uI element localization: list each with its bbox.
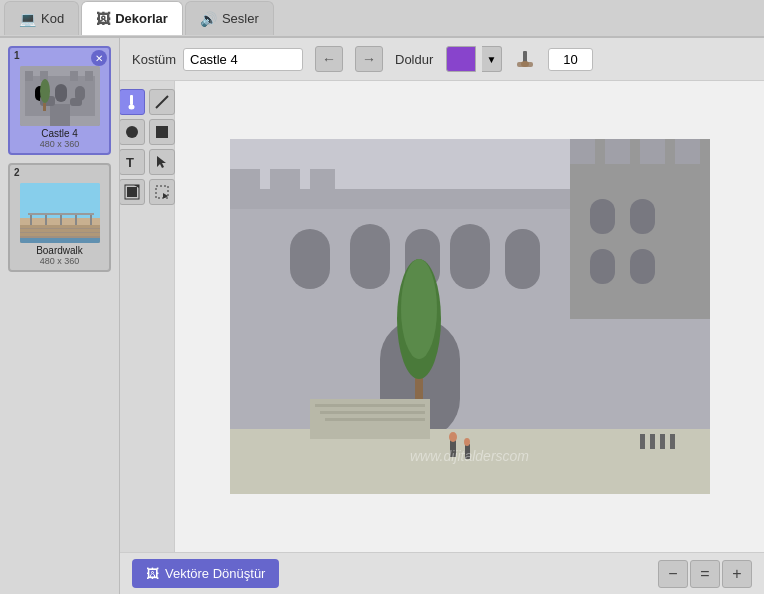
svg-rect-7 (55, 84, 67, 102)
svg-rect-38 (127, 187, 137, 197)
rect-tool-btn[interactable] (149, 119, 175, 145)
zoom-fit-btn[interactable]: = (690, 560, 720, 588)
svg-rect-34 (156, 126, 168, 138)
svg-rect-11 (70, 98, 82, 106)
costume-label: Kostüm (132, 52, 177, 67)
svg-rect-4 (70, 71, 78, 81)
svg-rect-77 (670, 434, 675, 449)
controls-bar: Kostüm ← → Doldur ▼ (120, 38, 764, 81)
costume-num-2: 2 (14, 167, 20, 178)
brush-size-input[interactable] (548, 48, 593, 71)
svg-text:T: T (126, 155, 134, 170)
costume-thumbnail-2 (20, 183, 100, 243)
select-tool-btn[interactable] (149, 179, 175, 205)
svg-rect-74 (640, 434, 645, 449)
svg-rect-56 (290, 229, 330, 289)
svg-rect-13 (43, 103, 46, 111)
tab-kod-label: Kod (41, 11, 64, 26)
svg-rect-76 (660, 434, 665, 449)
dekorlar-icon: 🖼 (96, 11, 110, 27)
svg-point-12 (40, 79, 50, 103)
svg-marker-41 (163, 193, 168, 198)
content-area: Kostüm ← → Doldur ▼ (120, 38, 764, 594)
costume-item-1[interactable]: 1 ✕ (8, 46, 111, 155)
sesler-icon: 🔊 (200, 11, 217, 27)
tool-row-4 (120, 179, 175, 205)
costume-dims-1: 480 x 360 (14, 139, 105, 149)
costume-item-2[interactable]: 2 (8, 163, 111, 272)
svg-rect-72 (465, 444, 470, 459)
svg-rect-80 (320, 411, 425, 414)
svg-marker-36 (157, 156, 166, 168)
svg-rect-18 (20, 229, 100, 232)
tool-panel: T (120, 81, 175, 552)
tab-sesler-label: Sesler (222, 11, 259, 26)
main-layout: 1 ✕ (0, 38, 764, 594)
costume-input[interactable] (183, 48, 303, 71)
svg-point-73 (464, 438, 470, 446)
svg-rect-46 (270, 169, 300, 199)
text-tool-btn[interactable]: T (120, 149, 145, 175)
canvas-image: www.dijitalderscom (230, 139, 710, 494)
next-costume-btn[interactable]: → (355, 46, 383, 72)
svg-rect-52 (570, 139, 595, 164)
svg-point-31 (129, 105, 135, 110)
fill-control-group: Doldur ▼ (395, 46, 502, 72)
tool-row-3: T (120, 149, 175, 175)
svg-rect-65 (630, 249, 655, 284)
prev-costume-btn[interactable]: ← (315, 46, 343, 72)
svg-rect-2 (25, 71, 33, 81)
circle-tool-btn[interactable] (120, 119, 145, 145)
costume-num-1: 1 (14, 50, 20, 61)
costume-control-group: Kostüm (132, 48, 303, 71)
svg-rect-59 (450, 224, 490, 289)
brush-tool-btn[interactable] (120, 89, 145, 115)
svg-rect-45 (230, 169, 260, 199)
convert-icon: 🖼 (146, 566, 159, 581)
convert-btn[interactable]: 🖼 Vektöre Dönüştür (132, 559, 279, 588)
tool-row-1 (120, 89, 175, 115)
svg-rect-54 (640, 139, 665, 164)
svg-rect-53 (605, 139, 630, 164)
svg-rect-64 (590, 249, 615, 284)
zoom-out-btn[interactable]: − (658, 560, 688, 588)
tab-sesler[interactable]: 🔊 Sesler (185, 1, 274, 35)
svg-rect-25 (28, 213, 94, 215)
bottom-bar: 🖼 Vektöre Dönüştür − = + (120, 552, 764, 594)
svg-line-32 (156, 96, 168, 108)
brush-icon-wrap (514, 48, 536, 70)
svg-rect-30 (130, 95, 133, 105)
fill-color-btn[interactable] (446, 46, 476, 72)
canvas-area: www.dijitalderscom (175, 81, 764, 552)
line-tool-btn[interactable] (149, 89, 175, 115)
svg-rect-26 (20, 238, 100, 243)
svg-rect-17 (20, 225, 100, 228)
brush-icon (514, 48, 536, 70)
svg-rect-63 (630, 199, 655, 234)
svg-rect-62 (590, 199, 615, 234)
svg-rect-57 (350, 224, 390, 289)
svg-rect-79 (315, 404, 425, 407)
svg-rect-75 (650, 434, 655, 449)
costume-delete-btn-1[interactable]: ✕ (91, 50, 107, 66)
svg-rect-5 (85, 71, 93, 81)
zoom-in-btn[interactable]: + (722, 560, 752, 588)
costume-name-1: Castle 4 (14, 128, 105, 139)
kod-icon: 💻 (19, 11, 36, 27)
convert-label: Vektöre Dönüştür (165, 566, 265, 581)
tab-dekorlar[interactable]: 🖼 Dekorlar (81, 1, 183, 35)
svg-rect-9 (50, 104, 70, 126)
fill-color-dropdown[interactable]: ▼ (482, 46, 502, 72)
tab-dekorlar-label: Dekorlar (115, 11, 168, 26)
pointer-tool-btn[interactable] (149, 149, 175, 175)
fill-tool-btn[interactable] (120, 179, 145, 205)
tab-kod[interactable]: 💻 Kod (4, 1, 79, 35)
costume-sidebar: 1 ✕ (0, 38, 120, 594)
svg-point-29 (521, 61, 529, 67)
svg-point-69 (401, 259, 437, 359)
zoom-controls: − = + (658, 560, 752, 588)
tool-row-2 (120, 119, 175, 145)
svg-rect-19 (20, 233, 100, 236)
svg-rect-55 (675, 139, 700, 164)
svg-rect-47 (310, 169, 335, 199)
